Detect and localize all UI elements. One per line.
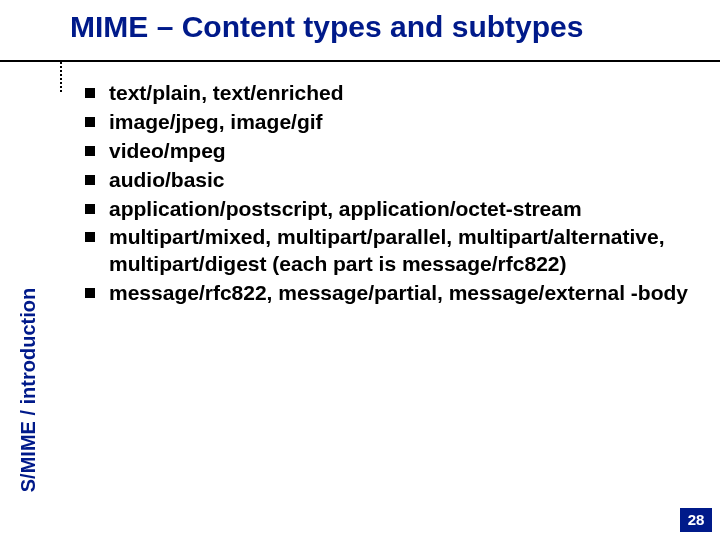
list-item: multipart/mixed, multipart/parallel, mul…	[85, 224, 690, 278]
sidebar-label-container: S/MIME / introduction	[8, 250, 48, 530]
list-item-text: application/postscript, application/octe…	[109, 196, 690, 223]
list-item-text: text/plain, text/enriched	[109, 80, 690, 107]
list-item-text: image/jpeg, image/gif	[109, 109, 690, 136]
bullet-list: text/plain, text/enriched image/jpeg, im…	[85, 80, 690, 309]
list-item: message/rfc822, message/partial, message…	[85, 280, 690, 307]
square-bullet-icon	[85, 146, 95, 156]
sidebar-label: S/MIME / introduction	[17, 288, 40, 492]
square-bullet-icon	[85, 175, 95, 185]
list-item: audio/basic	[85, 167, 690, 194]
square-bullet-icon	[85, 232, 95, 242]
page-number-badge: 28	[680, 508, 712, 532]
page-title: MIME – Content types and subtypes	[70, 10, 700, 44]
list-item-text: message/rfc822, message/partial, message…	[109, 280, 690, 307]
square-bullet-icon	[85, 117, 95, 127]
square-bullet-icon	[85, 204, 95, 214]
list-item-text: multipart/mixed, multipart/parallel, mul…	[109, 224, 690, 278]
list-item: video/mpeg	[85, 138, 690, 165]
list-item: application/postscript, application/octe…	[85, 196, 690, 223]
list-item: image/jpeg, image/gif	[85, 109, 690, 136]
slide: MIME – Content types and subtypes S/MIME…	[0, 0, 720, 540]
list-item-text: audio/basic	[109, 167, 690, 194]
list-item: text/plain, text/enriched	[85, 80, 690, 107]
list-item-text: video/mpeg	[109, 138, 690, 165]
vertical-dotted-rule	[60, 62, 62, 92]
horizontal-divider	[0, 60, 720, 62]
square-bullet-icon	[85, 88, 95, 98]
square-bullet-icon	[85, 288, 95, 298]
